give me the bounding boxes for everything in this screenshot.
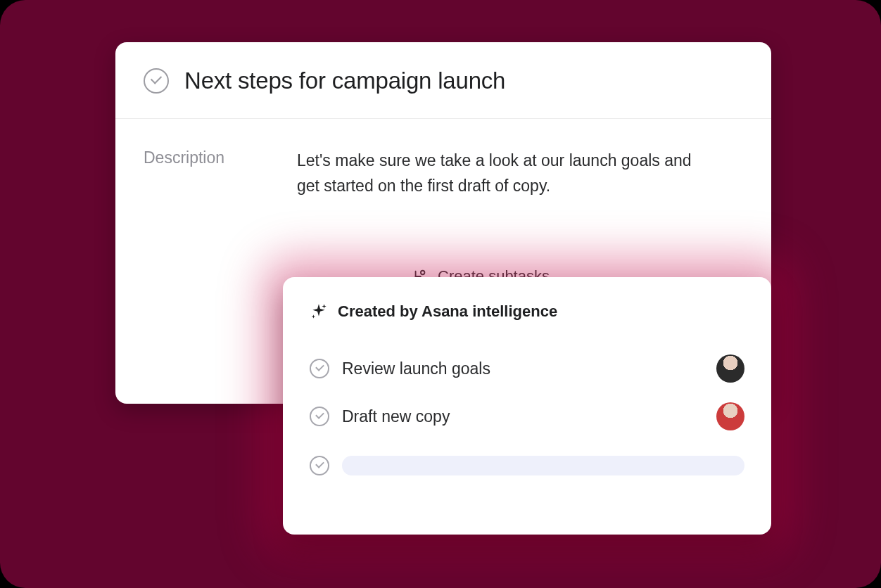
task-title[interactable]: Next steps for campaign launch	[184, 68, 505, 94]
description-field-label: Description	[144, 148, 256, 198]
task-header: Next steps for campaign launch	[115, 42, 771, 119]
subtask-row[interactable]: Draft new copy	[310, 392, 744, 440]
ai-subtasks-heading: Created by Asana intelligence	[338, 302, 557, 321]
assignee-avatar[interactable]	[716, 402, 744, 430]
subtask-row[interactable]: Review launch goals	[310, 345, 744, 392]
stage: Next steps for campaign launch Descripti…	[0, 0, 881, 588]
svg-point-0	[421, 271, 425, 275]
assignee-avatar[interactable]	[716, 354, 744, 383]
subtask-checkbox[interactable]	[310, 407, 329, 426]
ai-subtasks-panel: Created by Asana intelligence Review lau…	[283, 277, 771, 535]
subtask-row-placeholder[interactable]	[310, 440, 744, 475]
task-body: Description Let's make sure we take a lo…	[115, 119, 771, 198]
description-field-value[interactable]: Let's make sure we take a look at our la…	[297, 148, 712, 198]
complete-task-checkbox[interactable]	[144, 68, 169, 94]
subtask-checkbox[interactable]	[310, 456, 329, 475]
subtask-title-placeholder[interactable]	[342, 456, 744, 475]
subtask-title[interactable]: Review launch goals	[342, 359, 704, 378]
subtask-checkbox[interactable]	[310, 359, 329, 378]
sparkle-icon	[310, 302, 328, 321]
subtask-title[interactable]: Draft new copy	[342, 407, 704, 426]
ai-subtasks-header: Created by Asana intelligence	[310, 302, 744, 321]
